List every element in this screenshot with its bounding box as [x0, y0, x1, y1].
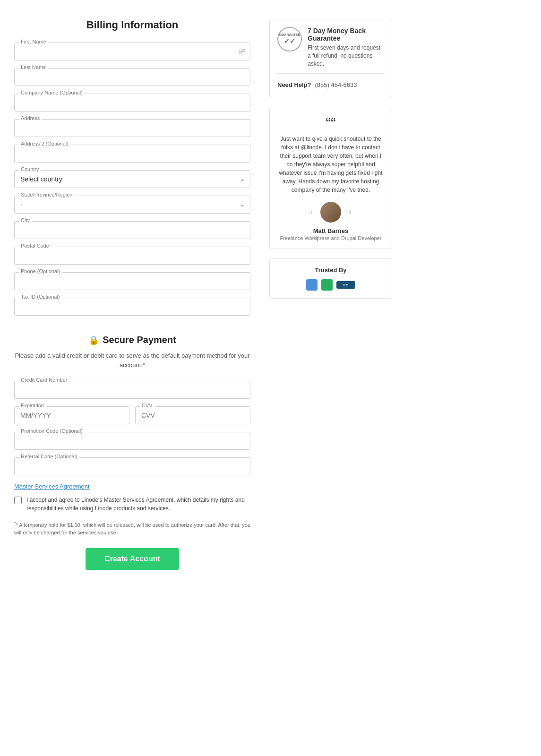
payment-title: 🔒 Secure Payment — [14, 335, 250, 345]
promo-code-label: Promotion Code (Optional) — [19, 428, 85, 434]
city-label: City — [19, 217, 32, 223]
country-select-wrapper: Select country ⌄ — [14, 170, 250, 188]
address-field: Address — [14, 119, 250, 137]
card-number-input[interactable] — [14, 381, 250, 399]
guarantee-desc: First seven days and request a full refu… — [308, 44, 384, 68]
postal-code-label: Postal Code — [19, 243, 51, 249]
tax-id-label: Tax ID (Optional) — [19, 294, 62, 300]
testimonial-text: Just want to give a quick shoutout to th… — [277, 135, 384, 194]
left-column: Billing Information First Name ☍ Last Na… — [14, 19, 250, 570]
referral-code-field: Referral Code (Optional) — [14, 457, 250, 475]
company-name-field: Company Name (Optional) — [14, 94, 250, 112]
referral-code-label: Referral Code (Optional) — [19, 454, 79, 459]
last-name-input[interactable] — [14, 68, 250, 86]
first-name-input[interactable] — [14, 43, 250, 60]
payment-footnote: ** A temporary hold for $1.00, which wil… — [14, 520, 250, 537]
need-help-label: Need Help? — [277, 81, 311, 88]
testimonial-box: ““ Just want to give a quick shoutout to… — [269, 108, 392, 249]
testimonial-role: Freelance Wordpress and Drupal Developer — [277, 235, 384, 241]
cvv-label: CVV — [140, 403, 155, 408]
guarantee-badge: GUARANTEE ✓✓ — [277, 27, 302, 52]
right-column: GUARANTEE ✓✓ 7 Day Money Back Guarantee … — [269, 19, 392, 299]
address-label: Address — [19, 115, 42, 121]
trusted-by-title: Trusted By — [277, 266, 384, 274]
country-label: Country — [19, 166, 41, 172]
phone-field: Phone (Optional) — [14, 272, 250, 290]
phone-label: Phone (Optional) — [19, 268, 62, 274]
expiration-field: Expiration — [14, 406, 129, 424]
testimonial-nav: ‹ › — [277, 202, 384, 223]
trusted-logo-3: FC — [336, 281, 355, 289]
phone-number: (855) 454-6633 — [315, 81, 357, 88]
state-field: State/Province/Region - ⌄ — [14, 196, 250, 214]
agreement-checkbox[interactable] — [14, 497, 22, 504]
state-select-wrapper: - ⌄ — [14, 196, 250, 214]
guarantee-box: GUARANTEE ✓✓ 7 Day Money Back Guarantee … — [269, 19, 392, 98]
divider-1 — [277, 73, 384, 74]
need-help-row: Need Help? (855) 454-6633 — [277, 79, 384, 90]
testimonial-author: Matt Barnes — [277, 227, 384, 234]
company-name-label: Company Name (Optional) — [19, 90, 85, 95]
guarantee-header: GUARANTEE ✓✓ 7 Day Money Back Guarantee … — [277, 27, 384, 68]
create-account-button[interactable]: Create Account — [86, 548, 179, 570]
tax-id-input[interactable] — [14, 298, 250, 316]
quote-marks: ““ — [277, 116, 384, 131]
page-wrapper: Billing Information First Name ☍ Last Na… — [0, 0, 541, 756]
agreement-checkbox-label: I accept and agree to Linode's Master Se… — [26, 496, 250, 513]
state-select[interactable]: - — [14, 196, 250, 214]
fastcomet-text: FC — [343, 283, 349, 287]
payment-section: 🔒 Secure Payment Please add a valid cred… — [14, 335, 250, 570]
country-select[interactable]: Select country — [14, 170, 250, 188]
postal-code-field: Postal Code — [14, 247, 250, 265]
avatar — [320, 202, 341, 223]
payment-subtitle: Please add a valid credit or debit card … — [14, 351, 250, 369]
tax-id-field: Tax ID (Optional) — [14, 298, 250, 316]
company-name-input[interactable] — [14, 94, 250, 112]
referral-code-input[interactable] — [14, 457, 250, 475]
testimonial-prev-button[interactable]: ‹ — [309, 206, 315, 218]
card-number-field: Credit Card Number — [14, 381, 250, 399]
card-number-label: Credit Card Number — [19, 377, 69, 383]
promo-code-field: Promotion Code (Optional) — [14, 432, 250, 450]
cvv-input[interactable] — [135, 406, 250, 424]
first-name-field: First Name ☍ — [14, 43, 250, 60]
country-field: Country Select country ⌄ — [14, 170, 250, 188]
main-layout: Billing Information First Name ☍ Last Na… — [14, 19, 527, 570]
phone-input[interactable] — [14, 272, 250, 290]
expiration-label: Expiration — [19, 403, 46, 408]
trusted-logo-2 — [321, 279, 333, 291]
postal-code-input[interactable] — [14, 247, 250, 265]
agreement-checkbox-row: I accept and agree to Linode's Master Se… — [14, 496, 250, 513]
trusted-logo-1 — [306, 279, 318, 291]
master-services-agreement-link[interactable]: Master Services Agreement — [14, 483, 250, 490]
address2-field: Address 2 (Optional) — [14, 145, 250, 163]
promo-code-input[interactable] — [14, 432, 250, 450]
expiration-input[interactable] — [14, 406, 129, 424]
address-input[interactable] — [14, 119, 250, 137]
trusted-by-box: Trusted By FC — [269, 258, 392, 299]
last-name-label: Last Name — [19, 64, 48, 70]
address2-label: Address 2 (Optional) — [19, 141, 70, 146]
guarantee-text-block: 7 Day Money Back Guarantee First seven d… — [308, 27, 384, 68]
cvv-field: CVV — [135, 406, 250, 424]
billing-title: Billing Information — [14, 19, 250, 31]
id-card-icon: ☍ — [238, 47, 246, 56]
city-field: City — [14, 221, 250, 239]
last-name-field: Last Name — [14, 68, 250, 86]
lock-icon: 🔒 — [88, 335, 99, 345]
address2-input[interactable] — [14, 145, 250, 163]
trusted-logos: FC — [277, 279, 384, 291]
testimonial-next-button[interactable]: › — [347, 206, 353, 218]
city-input[interactable] — [14, 221, 250, 239]
first-name-label: First Name — [19, 39, 48, 44]
guarantee-title: 7 Day Money Back Guarantee — [308, 27, 384, 42]
state-label: State/Province/Region — [19, 192, 74, 198]
